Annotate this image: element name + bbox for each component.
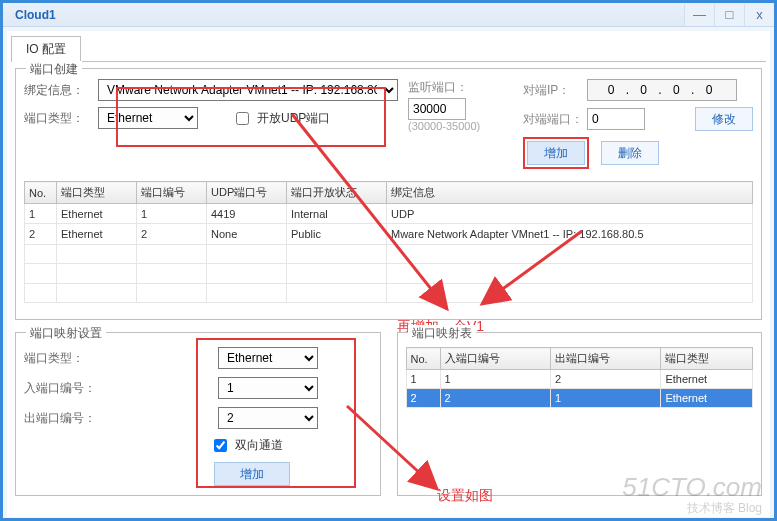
type-combo[interactable]: Ethernet (98, 107, 198, 129)
th-bind: 绑定信息 (387, 182, 753, 204)
watermark: 51CTO.com 技术博客 Blog (622, 473, 762, 515)
title-bar: Cloud1 — □ x (3, 3, 774, 27)
close-button[interactable]: x (744, 4, 774, 26)
table-row[interactable]: 221Ethernet (406, 389, 753, 408)
map-in-label: 入端口编号： (24, 380, 110, 397)
mth-type: 端口类型 (661, 348, 753, 370)
map-add-button[interactable]: 增加 (214, 462, 290, 486)
minimize-button[interactable]: — (684, 4, 714, 26)
window: Cloud1 — □ x IO 配置 端口创建 绑定信息： VMware Net… (0, 0, 777, 521)
table-row[interactable]: 2Ethernet2NonePublicMware Network Adapte… (25, 224, 753, 244)
group-title-map-settings: 端口映射设置 (26, 325, 106, 342)
th-no: No. (25, 182, 57, 204)
group-map-settings: 端口映射设置 端口类型： Ethernet 入端口编号： 1 出端口编号： (15, 332, 381, 496)
annotation-text-2: 设置如图 (437, 487, 493, 505)
bind-label: 绑定信息： (24, 82, 94, 99)
listen-input[interactable] (408, 98, 466, 120)
th-portno: 端口编号 (137, 182, 207, 204)
content: IO 配置 端口创建 绑定信息： VMware Network Adapter … (7, 31, 770, 517)
tab-io-config[interactable]: IO 配置 (11, 36, 81, 62)
udp-open-label: 开放UDP端口 (257, 110, 330, 127)
port-table: No. 端口类型 端口编号 UDP端口号 端口开放状态 绑定信息 1Ethern… (24, 181, 753, 303)
table-row[interactable]: 112Ethernet (406, 370, 753, 389)
mth-no: No. (406, 348, 440, 370)
th-udp: UDP端口号 (207, 182, 287, 204)
mth-in: 入端口编号 (440, 348, 550, 370)
type-label: 端口类型： (24, 110, 94, 127)
add-button[interactable]: 增加 (527, 141, 585, 165)
map-table: No. 入端口编号 出端口编号 端口类型 112Ethernet 221Ethe… (406, 347, 754, 408)
peer-port-input[interactable] (587, 108, 645, 130)
delete-button[interactable]: 删除 (601, 141, 659, 165)
bidir-label: 双向通道 (235, 437, 283, 454)
table-row[interactable]: 1Ethernet14419InternalUDP (25, 204, 753, 224)
group-title-port-create: 端口创建 (26, 61, 82, 78)
listen-label: 监听端口： (408, 79, 468, 96)
group-title-map-table: 端口映射表 (408, 325, 476, 342)
peer-ip-input[interactable] (587, 79, 737, 101)
group-port-create: 端口创建 绑定信息： VMware Network Adapter VMnet1… (15, 68, 762, 320)
map-type-label: 端口类型： (24, 350, 110, 367)
map-out-label: 出端口编号： (24, 410, 110, 427)
udp-open-checkbox[interactable] (236, 112, 249, 125)
bidir-checkbox[interactable] (214, 439, 227, 452)
peer-port-label: 对端端口： (523, 111, 583, 128)
window-title: Cloud1 (15, 8, 56, 22)
th-open: 端口开放状态 (287, 182, 387, 204)
peer-ip-label: 对端IP： (523, 82, 583, 99)
maximize-button[interactable]: □ (714, 4, 744, 26)
bind-combo[interactable]: VMware Network Adapter VMnet1 -- IP: 192… (98, 79, 398, 101)
map-in-combo[interactable]: 1 (218, 377, 318, 399)
th-type: 端口类型 (57, 182, 137, 204)
modify-button[interactable]: 修改 (695, 107, 753, 131)
mth-out: 出端口编号 (550, 348, 660, 370)
map-out-combo[interactable]: 2 (218, 407, 318, 429)
map-type-combo[interactable]: Ethernet (218, 347, 318, 369)
listen-hint: (30000-35000) (408, 120, 513, 132)
